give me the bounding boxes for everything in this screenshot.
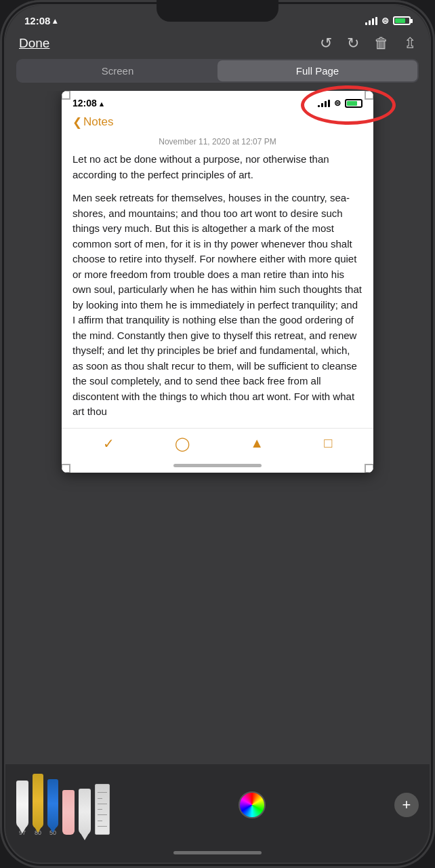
inner-battery-fill (347, 101, 357, 106)
inner-home-bar (173, 464, 262, 467)
segment-control: Screen Full Page (16, 59, 419, 83)
signal-bar-2 (369, 20, 371, 25)
eraser-body (62, 790, 75, 835)
signal-bar-4 (375, 17, 377, 25)
home-bar (173, 851, 262, 854)
status-time-container: 12:08 ▴ (24, 15, 57, 26)
inner-signal-bar-2 (321, 103, 323, 107)
share-button[interactable]: ⇫ (404, 35, 416, 52)
chevron-left-icon: ❮ (72, 115, 82, 130)
signal-bar-3 (372, 18, 374, 25)
tool-eraser[interactable] (62, 790, 75, 836)
pen-white-body (16, 781, 28, 828)
inner-signal-bar-4 (328, 100, 330, 107)
note-date: November 11, 2020 at 12:07 PM (62, 136, 373, 152)
note-content-2: Men seek retreats for themselves, houses… (62, 191, 373, 428)
ruler-line-1 (98, 792, 107, 793)
pen-white2-body (79, 789, 91, 835)
markup-tools: 97 80 50 (16, 774, 110, 836)
inner-bottom-toolbar: ✓ ◯ ▲ □ (62, 428, 373, 458)
corner-handle-tl[interactable] (62, 91, 70, 100)
battery-icon (393, 16, 411, 25)
color-wheel-button[interactable] (239, 791, 266, 818)
edit-icon[interactable]: □ (324, 435, 332, 451)
status-icons: ⊜ (365, 16, 411, 26)
ruler-line-4 (98, 809, 102, 810)
inner-battery-icon (345, 99, 362, 108)
pen-blue-body (47, 779, 58, 828)
content-area: 12:08 ▴ ⊜ (5, 91, 430, 764)
inner-back-button[interactable]: ❮ Notes (72, 115, 113, 130)
corner-handle-bl[interactable] (62, 464, 70, 473)
full-page-tab[interactable]: Full Page (218, 60, 417, 81)
pen-yellow-body (33, 774, 43, 828)
inner-signal-bar-1 (318, 105, 320, 107)
phone-screen: 12:08 ▴ ⊜ Done (5, 5, 430, 863)
toolbar-icons: ↺ ↻ 🗑 ⇫ (320, 35, 416, 52)
inner-signal-bar-3 (325, 101, 327, 107)
ruler-line-3 (98, 804, 107, 804)
inner-status-icons: ⊜ (318, 98, 362, 108)
markup-icon[interactable]: ▲ (250, 435, 264, 451)
inner-nav: ❮ Notes ⋯ (62, 111, 373, 136)
inner-location-icon: ▴ (100, 100, 104, 108)
add-tool-button[interactable]: + (394, 793, 419, 817)
location-icon: ▴ (53, 16, 57, 26)
markup-toolbar: 97 80 50 (5, 764, 430, 846)
ruler-line-7 (98, 826, 107, 827)
main-scroll-area: 12:08 ▴ ⊜ (5, 91, 430, 764)
inner-status-time: 12:08 ▴ (72, 98, 104, 108)
trash-button[interactable]: 🗑 (374, 35, 389, 52)
ruler-line-5 (98, 814, 107, 815)
inner-signal-icon (318, 99, 330, 107)
home-indicator (5, 846, 430, 863)
signal-bars-icon (365, 17, 377, 25)
inner-more-button[interactable]: ⋯ (349, 114, 362, 130)
notch (157, 0, 278, 22)
toolbar: Done ↺ ↻ 🗑 ⇫ (5, 31, 430, 59)
ruler-body (95, 784, 110, 835)
checkmark-icon[interactable]: ✓ (103, 435, 115, 452)
tool-pen-yellow[interactable]: 80 (33, 774, 43, 836)
ruler-line-2 (98, 798, 102, 799)
tool-pen-white[interactable]: 97 (16, 781, 28, 836)
redo-button[interactable]: ↻ (347, 35, 359, 52)
undo-button[interactable]: ↺ (320, 35, 332, 52)
done-button[interactable]: Done (19, 36, 49, 51)
wifi-icon: ⊜ (381, 16, 389, 26)
signal-bar-1 (365, 22, 367, 25)
battery-fill (395, 18, 405, 23)
inner-home-indicator (62, 458, 373, 473)
corner-handle-tr[interactable] (365, 91, 373, 100)
tool-pen-blue[interactable]: 50 (47, 779, 58, 836)
corner-handle-br[interactable] (365, 464, 373, 473)
tool-pen-white2[interactable] (79, 789, 91, 836)
notes-back-label: Notes (83, 115, 113, 129)
camera-icon[interactable]: ◯ (175, 435, 190, 452)
screen-tab[interactable]: Screen (18, 60, 218, 81)
phone-frame: 12:08 ▴ ⊜ Done (0, 0, 435, 868)
ruler-lines (96, 785, 109, 834)
screenshot-preview: 12:08 ▴ ⊜ (62, 91, 373, 473)
inner-wifi-icon: ⊜ (334, 98, 341, 108)
screen-content: 12:08 ▴ ⊜ Done (5, 5, 430, 863)
note-content-1: Let no act be done without a purpose, no… (62, 152, 373, 191)
tool-ruler[interactable] (95, 784, 110, 836)
inner-status-bar: 12:08 ▴ ⊜ (62, 91, 373, 111)
ruler-line-6 (98, 821, 102, 821)
status-time: 12:08 (24, 15, 50, 26)
